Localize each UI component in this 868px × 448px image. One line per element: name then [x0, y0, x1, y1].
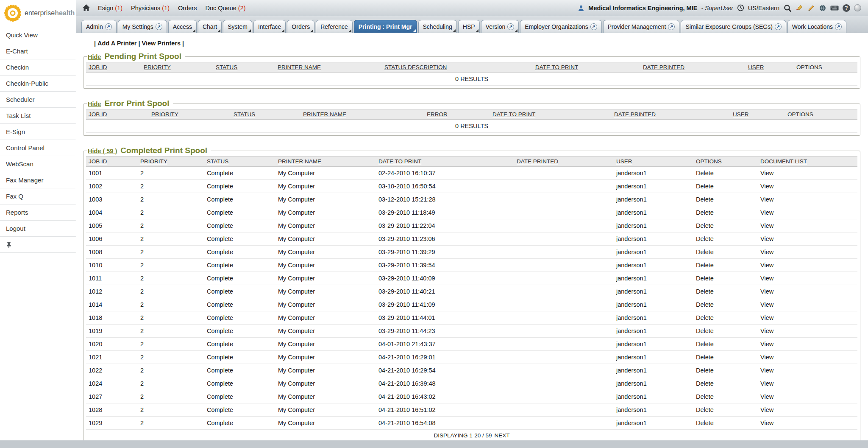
view-link[interactable]: View	[760, 209, 773, 216]
hide-completed-link[interactable]: Hide ( 59 )	[88, 148, 117, 154]
delete-link[interactable]: Delete	[696, 354, 714, 361]
tab-admin[interactable]: Admin↗	[81, 20, 117, 33]
tab-provider-management[interactable]: Provider Management↗	[603, 20, 680, 33]
sidebar-item-fax-q[interactable]: Fax Q	[0, 188, 76, 204]
sidebar-item-scheduler[interactable]: Scheduler	[0, 92, 76, 108]
help-icon[interactable]: ?	[843, 4, 850, 12]
sidebar-item-fax-manager[interactable]: Fax Manager	[0, 172, 76, 188]
topbar-link-physicians[interactable]: Physicians (1)	[131, 5, 170, 11]
topbar-link-doc-queue[interactable]: Doc Queue (2)	[205, 5, 245, 11]
column-header-date-to-print[interactable]: DATE TO PRINT	[535, 64, 578, 70]
keyboard-icon[interactable]	[830, 5, 839, 11]
column-header-date-printed[interactable]: DATE PRINTED	[643, 64, 684, 70]
tab-orders[interactable]: Orders	[287, 20, 314, 33]
tab-interface[interactable]: Interface	[253, 20, 286, 33]
delete-link[interactable]: Delete	[696, 183, 714, 190]
view-link[interactable]: View	[760, 249, 773, 255]
open-new-window-icon[interactable]: ↗	[105, 23, 112, 30]
view-link[interactable]: View	[760, 235, 773, 242]
hide-pending-link[interactable]: Hide	[88, 53, 101, 60]
delete-link[interactable]: Delete	[696, 314, 714, 321]
tab-scheduling[interactable]: Scheduling	[418, 20, 457, 33]
delete-link[interactable]: Delete	[696, 367, 714, 374]
view-link[interactable]: View	[760, 170, 773, 176]
delete-link[interactable]: Delete	[696, 170, 714, 176]
tab-system[interactable]: System	[223, 20, 252, 33]
column-header-status[interactable]: STATUS	[234, 111, 255, 118]
sidebar-item-e-chart[interactable]: E-Chart	[0, 43, 76, 59]
delete-link[interactable]: Delete	[696, 380, 714, 387]
column-header-printer-name[interactable]: PRINTER NAME	[278, 64, 321, 70]
tab-printing-print-mgr[interactable]: Printing : Print Mgr	[354, 20, 417, 33]
tab-employer-organizations[interactable]: Employer Organizations↗	[520, 20, 601, 33]
search-icon[interactable]	[783, 4, 792, 12]
tab-version[interactable]: Version↗	[481, 20, 519, 33]
topbar-link-orders[interactable]: Orders	[178, 5, 197, 11]
column-header-user[interactable]: USER	[733, 111, 749, 118]
delete-link[interactable]: Delete	[696, 328, 714, 334]
column-header-printer-name[interactable]: PRINTER NAME	[278, 158, 321, 165]
next-page-link[interactable]: NEXT	[495, 432, 510, 439]
sidebar-item-checkin-public[interactable]: Checkin-Public	[0, 76, 76, 92]
column-header-status-description[interactable]: STATUS DESCRIPTION	[384, 64, 447, 70]
sidebar-item-reports[interactable]: Reports	[0, 204, 76, 221]
add-a-printer-link[interactable]: Add A Printer	[97, 40, 136, 47]
sidebar-item-checkin[interactable]: Checkin	[0, 59, 76, 76]
sidebar-item-control-panel[interactable]: Control Panel	[0, 140, 76, 156]
signature-icon[interactable]	[796, 4, 804, 12]
delete-link[interactable]: Delete	[696, 235, 714, 242]
clock-icon[interactable]	[737, 4, 744, 11]
column-header-job-id[interactable]: JOB ID	[89, 64, 107, 70]
view-link[interactable]: View	[760, 288, 773, 295]
tab-access[interactable]: Access	[168, 20, 197, 33]
column-header-job-id[interactable]: JOB ID	[89, 158, 107, 165]
delete-link[interactable]: Delete	[696, 406, 714, 413]
topbar-link-esign[interactable]: Esign (1)	[98, 5, 122, 11]
view-link[interactable]: View	[760, 183, 773, 190]
view-link[interactable]: View	[760, 420, 773, 426]
column-header-date-printed[interactable]: DATE PRINTED	[517, 158, 558, 165]
view-link[interactable]: View	[760, 314, 773, 321]
sidebar-item-quick-view[interactable]: Quick View	[0, 27, 76, 43]
delete-link[interactable]: Delete	[696, 288, 714, 295]
pushpin-icon[interactable]	[6, 241, 12, 248]
sidebar-item-webscan[interactable]: WebScan	[0, 156, 76, 172]
view-link[interactable]: View	[760, 222, 773, 229]
sidebar-item-logout[interactable]: Logout	[0, 221, 76, 237]
tab-reference[interactable]: Reference	[316, 20, 353, 33]
sidebar-item-task-list[interactable]: Task List	[0, 108, 76, 124]
open-new-window-icon[interactable]: ↗	[668, 23, 675, 30]
column-header-user[interactable]: USER	[748, 64, 764, 70]
column-header-date-to-print[interactable]: DATE TO PRINT	[492, 111, 535, 118]
tab-similar-exposure-groups-segs[interactable]: Similar Exposure Groups (SEGs)↗	[681, 20, 786, 33]
column-header-error[interactable]: ERROR	[427, 111, 448, 118]
column-header-date-to-print[interactable]: DATE TO PRINT	[378, 158, 421, 165]
view-printers-link[interactable]: View Printers	[142, 40, 181, 47]
delete-link[interactable]: Delete	[696, 275, 714, 282]
tab-hsp[interactable]: HSP	[458, 20, 480, 33]
view-link[interactable]: View	[760, 275, 773, 282]
column-header-date-printed[interactable]: DATE PRINTED	[614, 111, 656, 118]
home-icon[interactable]	[82, 4, 90, 12]
delete-link[interactable]: Delete	[696, 420, 714, 426]
open-new-window-icon[interactable]: ↗	[156, 23, 162, 30]
sidebar-item-e-sign[interactable]: E-Sign	[0, 124, 76, 140]
delete-link[interactable]: Delete	[696, 196, 714, 203]
open-new-window-icon[interactable]: ↗	[590, 23, 597, 30]
pencil-icon[interactable]	[807, 4, 815, 12]
view-link[interactable]: View	[760, 301, 773, 308]
column-header-status[interactable]: STATUS	[216, 64, 237, 70]
column-header-status[interactable]: STATUS	[207, 158, 228, 165]
view-link[interactable]: View	[760, 380, 773, 387]
delete-link[interactable]: Delete	[696, 301, 714, 308]
view-link[interactable]: View	[760, 328, 773, 334]
delete-link[interactable]: Delete	[696, 209, 714, 216]
column-header-priority[interactable]: PRIORITY	[151, 111, 178, 118]
tab-work-locations[interactable]: Work Locations↗	[787, 20, 846, 33]
hide-error-link[interactable]: Hide	[88, 101, 101, 107]
delete-link[interactable]: Delete	[696, 341, 714, 347]
delete-link[interactable]: Delete	[696, 249, 714, 255]
open-new-window-icon[interactable]: ↗	[775, 23, 782, 30]
view-link[interactable]: View	[760, 196, 773, 203]
column-header-document-list[interactable]: DOCUMENT LIST	[760, 158, 807, 165]
